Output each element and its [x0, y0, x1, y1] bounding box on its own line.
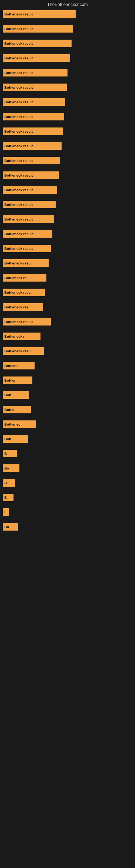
bar-label-26: Bottler — [4, 378, 16, 382]
bar-row: Bottleneck result — [3, 54, 132, 62]
bar-item-18: Bottleneck resu — [3, 259, 49, 267]
bar-item-8: Bottleneck result — [3, 113, 64, 120]
bar-item-30: Bott — [3, 435, 28, 443]
bar-item-13: Bottleneck result — [3, 186, 57, 194]
bar-item-33: B — [3, 479, 15, 487]
bar-item-14: Bottleneck result — [3, 201, 56, 208]
bar-label-7: Bottleneck result — [4, 100, 33, 104]
bar-item-25: Bottlené — [3, 362, 35, 369]
bar-row: Bottleneck result — [3, 98, 132, 106]
bar-row: Bottleneck result — [3, 245, 132, 252]
bar-row: Bottle — [3, 406, 132, 413]
bar-label-15: Bottleneck result — [4, 217, 33, 221]
bar-item-17: Bottleneck result — [3, 245, 51, 252]
bar-label-6: Bottleneck result — [4, 86, 33, 90]
bar-label-2: Bottleneck result — [4, 27, 33, 31]
bar-label-29: Bottlenec — [4, 422, 20, 426]
bar-row: Bottleneck result — [3, 318, 132, 326]
bar-item-1: Bottleneck result — [3, 10, 76, 18]
bar-label-23: Bottleneck r — [4, 335, 25, 339]
bar-row: B — [3, 479, 132, 487]
bar-row: Bo — [3, 523, 132, 531]
bar-item-12: Bottleneck result — [3, 172, 59, 179]
bar-row: Bottler — [3, 376, 132, 384]
bar-label-12: Bottleneck result — [4, 173, 33, 177]
bar-label-33: B — [4, 481, 7, 485]
bar-label-14: Bottleneck result — [4, 203, 33, 207]
bar-row: Bottleneck result — [3, 230, 132, 238]
bar-label-4: Bottleneck result — [4, 56, 33, 60]
bar-label-36: Bo — [4, 525, 9, 529]
bar-item-34: B — [3, 494, 13, 501]
bar-label-30: Bott — [4, 437, 11, 441]
bar-row: Bottlené — [3, 362, 132, 369]
bar-label-10: Bottleneck result — [4, 144, 33, 148]
bar-item-15: Bottleneck result — [3, 215, 54, 223]
bar-label-34: B — [4, 496, 7, 500]
bar-item-16: Bottleneck result — [3, 230, 52, 238]
bar-label-35: I — [4, 510, 5, 514]
bar-label-13: Bottleneck result — [4, 188, 33, 192]
bar-row: Bo — [3, 464, 132, 472]
bar-label-9: Bottleneck result — [4, 129, 33, 133]
bar-row: Bottleneck result — [3, 186, 132, 194]
bar-row: Bottleneck resu — [3, 259, 132, 267]
bar-row: Bottlenec — [3, 421, 132, 428]
bar-item-36: Bo — [3, 523, 18, 531]
bar-row: Bottleneck r — [3, 333, 132, 340]
bar-label-11: Bottleneck result — [4, 159, 33, 163]
bar-row: B — [3, 494, 132, 501]
site-title: TheBottlenecker.com — [0, 0, 135, 10]
bar-label-16: Bottleneck result — [4, 232, 33, 236]
bar-label-31: B — [4, 452, 7, 456]
bar-item-11: Bottleneck result — [3, 157, 60, 164]
bar-item-21: Bottleneck res — [3, 303, 43, 311]
bar-row: Bottleneck result — [3, 10, 132, 18]
bar-row: Bottleneck result — [3, 40, 132, 47]
bar-row: B — [3, 450, 132, 457]
bar-label-32: Bo — [4, 466, 9, 470]
bar-label-28: Bottle — [4, 408, 14, 412]
bar-row: Bottleneck result — [3, 215, 132, 223]
bar-label-5: Bottleneck result — [4, 71, 33, 75]
bar-row: Bottleneck resu — [3, 347, 132, 355]
bar-item-35: I — [3, 508, 9, 516]
bar-row: Bottleneck resu — [3, 289, 132, 296]
bar-row: Bottleneck result — [3, 25, 132, 33]
bar-row: Bottleneck result — [3, 201, 132, 208]
bar-row: Bottleneck result — [3, 84, 132, 91]
bar-label-24: Bottleneck resu — [4, 349, 31, 353]
bars-container: Bottleneck resultBottleneck resultBottle… — [0, 10, 135, 538]
bar-row: Bottleneck result — [3, 69, 132, 76]
bar-item-4: Bottleneck result — [3, 54, 70, 62]
bar-item-29: Bottlenec — [3, 421, 36, 428]
bar-item-22: Bottleneck result — [3, 318, 51, 326]
bar-row: I — [3, 508, 132, 516]
bar-label-8: Bottleneck result — [4, 115, 33, 119]
bar-item-20: Bottleneck resu — [3, 289, 45, 296]
bar-label-21: Bottleneck res — [4, 305, 29, 309]
bar-item-23: Bottleneck r — [3, 333, 41, 340]
bar-item-27: Bott — [3, 391, 29, 399]
bar-row: Bottleneck result — [3, 142, 132, 150]
bar-label-25: Bottlené — [4, 364, 18, 368]
bar-item-26: Bottler — [3, 376, 32, 384]
bar-row: Bottleneck result — [3, 157, 132, 164]
bar-row: Bottleneck result — [3, 172, 132, 179]
bar-label-17: Bottleneck result — [4, 247, 33, 251]
bar-label-19: Bottleneck re — [4, 276, 27, 280]
bar-item-6: Bottleneck result — [3, 84, 67, 91]
bar-label-20: Bottleneck resu — [4, 290, 31, 294]
bar-item-9: Bottleneck result — [3, 127, 63, 135]
bar-item-19: Bottleneck re — [3, 274, 46, 282]
bar-row: Bott — [3, 435, 132, 443]
bar-label-18: Bottleneck resu — [4, 261, 31, 265]
bar-row: Bottleneck re — [3, 274, 132, 282]
bar-item-10: Bottleneck result — [3, 142, 61, 150]
bar-item-7: Bottleneck result — [3, 98, 65, 106]
bar-label-1: Bottleneck result — [4, 12, 33, 16]
bar-item-2: Bottleneck result — [3, 25, 73, 33]
bar-item-28: Bottle — [3, 406, 31, 413]
bar-row: Bottleneck res — [3, 303, 132, 311]
bar-label-27: Bott — [4, 393, 11, 397]
